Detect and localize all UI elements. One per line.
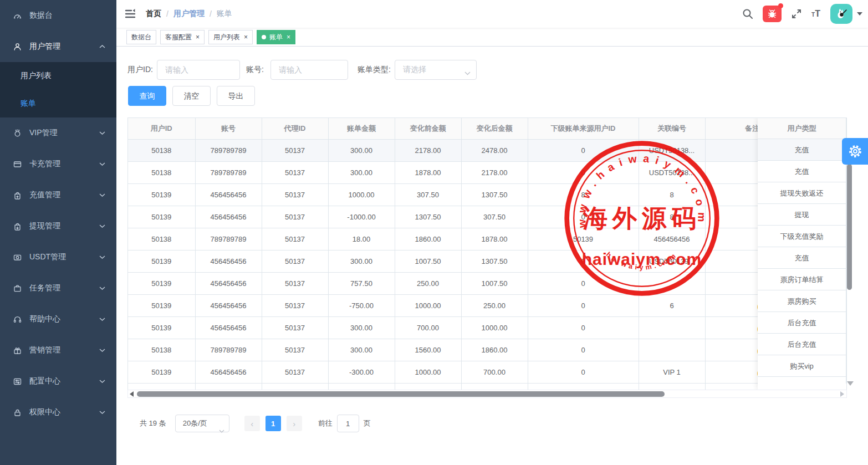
export-button[interactable]: 导出 xyxy=(217,86,255,106)
cell-user_id: 50139 xyxy=(128,316,195,339)
sidebar-submenu: 用户列表账单 xyxy=(0,62,116,117)
sidebar-item-9[interactable]: 帮助中心 xyxy=(0,304,116,335)
user-icon xyxy=(13,42,22,51)
scroll-left-icon[interactable] xyxy=(130,391,134,397)
bill-type-placeholder: 请选择 xyxy=(403,65,426,75)
tab-用户列表[interactable]: 用户列表× xyxy=(208,30,253,44)
cell-amount: -750.00 xyxy=(328,294,395,316)
sidebar-item-12[interactable]: 权限中心 xyxy=(0,397,116,428)
cell-source_user_id: 0 xyxy=(528,206,639,228)
sidebar-item-label: 任务管理 xyxy=(29,283,60,293)
cell-source_user_id: 0 xyxy=(528,294,639,316)
close-icon[interactable]: × xyxy=(287,34,290,40)
tab-数据台[interactable]: 数据台 xyxy=(126,30,156,44)
hamburger-icon[interactable] xyxy=(124,8,136,20)
sidebar-item-2[interactable]: 用户管理 xyxy=(0,31,116,62)
page-size-select[interactable]: 20条/页 xyxy=(175,415,229,432)
cell-after: 1307.50 xyxy=(461,183,528,206)
cell-before: 1878.00 xyxy=(395,161,461,183)
navbar-actions: TT xyxy=(737,0,862,28)
table-row-partial xyxy=(128,383,847,390)
sidebar-item-1[interactable]: 数据台 xyxy=(0,0,116,31)
font-size-icon[interactable]: TT xyxy=(811,9,820,19)
column-header: 账号 xyxy=(195,118,262,139)
cell-ref_no: 8 xyxy=(639,206,705,228)
cell-account: 456456456 xyxy=(195,272,262,294)
cell-ref_no: 6 xyxy=(639,294,705,316)
bill-type-select[interactable]: 请选择 xyxy=(395,60,477,80)
table-header-row: 用户ID账号代理ID账单金额变化前金额变化后金额下级账单来源用户ID关联编号备注 xyxy=(128,118,847,139)
sidebar-item-5[interactable]: 充值管理 xyxy=(0,180,116,211)
dashboard-icon xyxy=(13,11,22,20)
permission-icon xyxy=(13,408,22,417)
sidebar-item-8[interactable]: 任务管理 xyxy=(0,273,116,304)
clear-button[interactable]: 清空 xyxy=(172,86,211,106)
cell-agent_id: 50137 xyxy=(262,339,328,361)
prev-page-button[interactable]: ‹ xyxy=(244,416,260,431)
goto-suffix: 页 xyxy=(364,418,371,428)
close-icon[interactable]: × xyxy=(244,34,248,40)
tab-label: 账单 xyxy=(269,30,283,44)
cell-source_user_id: 8 xyxy=(528,183,639,206)
tab-客服配置[interactable]: 客服配置× xyxy=(160,30,205,44)
breadcrumb-item[interactable]: 首页 xyxy=(146,9,161,19)
scroll-down-icon[interactable] xyxy=(847,381,854,386)
user-avatar[interactable] xyxy=(830,4,852,24)
sidebar-item-4[interactable]: 卡充管理 xyxy=(0,149,116,180)
close-icon[interactable]: × xyxy=(196,34,200,40)
search-button[interactable]: 查询 xyxy=(128,86,166,106)
task-icon xyxy=(13,284,22,293)
sidebar-item-label: 营销管理 xyxy=(29,345,60,355)
cell-after: 1000.00 xyxy=(461,316,528,339)
horizontal-scrollbar-thumb[interactable] xyxy=(137,391,665,397)
sidebar-item-label: VIP管理 xyxy=(29,128,58,138)
sidebar-item-label: 用户管理 xyxy=(29,42,60,52)
sidebar-subitem[interactable]: 账单 xyxy=(0,90,116,117)
cell-agent_id: 50137 xyxy=(262,161,328,183)
search-icon[interactable] xyxy=(742,8,754,20)
sidebar-item-6[interactable]: 提现管理 xyxy=(0,211,116,242)
cell-account: 456456456 xyxy=(195,294,262,316)
breadcrumb-item[interactable]: 用户管理 xyxy=(173,9,205,19)
table-row: 5013878978978950137300.002178.002478.000… xyxy=(128,139,847,161)
cell-ref_no xyxy=(639,316,705,339)
cell-amount: -1000.00 xyxy=(328,206,395,228)
scroll-right-icon[interactable] xyxy=(840,391,844,397)
notification-badge xyxy=(778,3,783,8)
sidebar-item-label: 权限中心 xyxy=(29,407,60,417)
goto-page-input[interactable] xyxy=(337,415,359,432)
table-row: 5013945645645650137300.001007.501307.500… xyxy=(128,250,847,272)
bug-icon[interactable] xyxy=(763,6,782,22)
cell-source_user_id: 0 xyxy=(528,161,639,183)
sidebar-item-label: 帮助中心 xyxy=(29,314,60,324)
cell-user_id: 50138 xyxy=(128,339,195,361)
tab-账单[interactable]: 账单× xyxy=(257,30,295,44)
breadcrumb-separator: / xyxy=(210,9,212,18)
chevron-down-icon xyxy=(219,422,224,439)
cell-account: 456456456 xyxy=(195,250,262,272)
cell-account: 456456456 xyxy=(195,183,262,206)
navbar: 首页/用户管理/账单 xyxy=(116,0,868,28)
tab-label: 客服配置 xyxy=(165,30,192,44)
cell-amount: 757.50 xyxy=(328,272,395,294)
next-page-button[interactable]: › xyxy=(287,416,302,431)
current-page-button[interactable]: 1 xyxy=(265,416,281,431)
sidebar-subitem[interactable]: 用户列表 xyxy=(0,62,116,90)
column-header: 用户ID xyxy=(128,118,195,139)
account-input[interactable] xyxy=(270,60,348,80)
config-icon xyxy=(13,377,22,386)
table-row: 5013945645645650137-1000.001307.50307.50… xyxy=(128,206,847,228)
vertical-scrollbar[interactable] xyxy=(847,164,852,292)
sidebar-item-11[interactable]: 配置中心 xyxy=(0,366,116,397)
horizontal-scrollbar[interactable] xyxy=(127,390,847,398)
settings-gear-icon[interactable] xyxy=(842,138,868,165)
tabs-bar: 数据台客服配置×用户列表×账单× xyxy=(116,28,868,47)
sidebar-item-10[interactable]: 营销管理 xyxy=(0,335,116,366)
cell-source_user_id: 0 xyxy=(528,250,639,272)
fullscreen-icon[interactable] xyxy=(790,8,803,20)
dropdown-caret[interactable] xyxy=(857,12,862,16)
user-id-input[interactable] xyxy=(157,60,240,80)
cell-ref_no: 8 xyxy=(639,183,705,206)
sidebar-item-3[interactable]: VIP管理 xyxy=(0,117,116,149)
sidebar-item-7[interactable]: USDT管理 xyxy=(0,242,116,273)
